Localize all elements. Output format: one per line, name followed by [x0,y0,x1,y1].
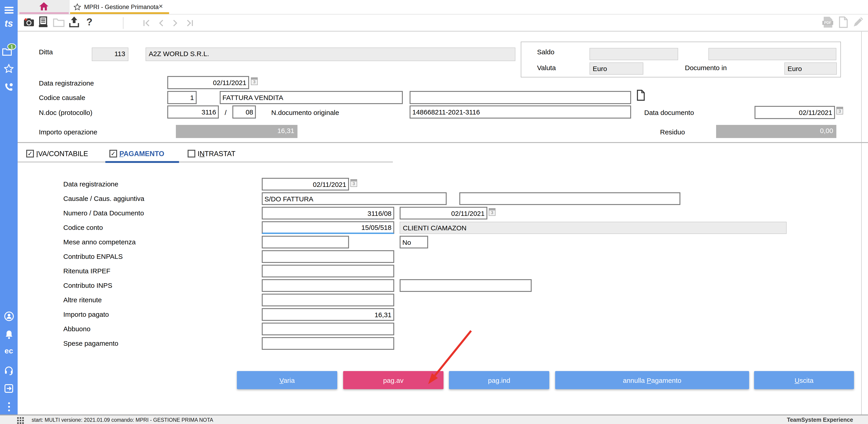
intrastat-checkbox[interactable] [188,150,195,158]
user-profile-icon[interactable] [0,311,18,323]
window-right-border [861,32,862,415]
codice-conto-desc-field: CLIENTI C/AMAZON [400,222,786,234]
calendar-icon[interactable]: 3 [489,208,495,216]
hamburger-menu-icon[interactable] [0,6,18,16]
ndoc-originale-label: N.documento originale [271,109,339,116]
active-document-tab[interactable]: MPRI - Gestione Primanota × [70,0,169,14]
mese-anno-competenza-label: Mese anno competenza [63,238,135,246]
numero-data-documento-label: Numero / Data Documento [63,209,144,217]
tab-pagamento[interactable]: PAGAMENTO [119,150,164,158]
open-folder-icon[interactable] [53,17,65,29]
numero-documento-input[interactable] [262,207,394,220]
help-icon[interactable]: ? [86,16,92,28]
competenza-flag-input[interactable] [400,236,428,248]
pag-av-button[interactable]: pag.av [343,371,443,389]
pag-ind-button[interactable]: pag.ind [449,371,549,389]
causale-aggiuntiva-input[interactable] [459,192,680,205]
calendar-icon[interactable]: 3 [836,107,843,114]
abbuono-label: Abbuono [63,325,90,333]
causale-aggiuntiva-label: Causale / Caus. aggiuntiva [63,195,145,202]
tab-title: MPRI - Gestione Primanota [84,4,159,10]
close-tab-icon[interactable]: × [159,3,163,10]
more-options-icon[interactable] [0,402,18,414]
header-divider [18,142,868,143]
valuta-field: Euro [590,62,643,75]
print-icon[interactable] [38,16,49,30]
calendar-icon[interactable]: 3 [350,179,357,187]
iva-contabile-checkbox[interactable]: ✓ [26,150,34,158]
sidebar: ts 1 [0,0,18,415]
home-icon [39,2,49,11]
uscita-button[interactable]: Uscita [754,371,854,389]
ditta-label: Ditta [39,48,53,56]
data-registrazione-input[interactable] [167,76,249,89]
codice-causale-desc-input[interactable] [220,91,403,104]
altre-ritenute-label: Altre ritenute [63,296,102,304]
codice-causale-extra-input[interactable] [410,91,631,104]
data-documento-pay-input[interactable] [400,207,487,220]
nav-last-icon[interactable] [186,20,193,29]
status-text: start: MULTI versione: 2021.01.09 comand… [32,417,213,423]
valuta-label: Valuta [537,64,556,72]
status-bar: start: MULTI versione: 2021.01.09 comand… [0,415,868,424]
home-tab-underline [20,12,69,14]
app-grid-icon[interactable] [17,417,24,424]
logout-exit-icon[interactable] [0,384,18,395]
favorite-star-icon[interactable] [74,3,81,10]
contributo-inps-extra-input[interactable] [400,279,532,292]
app-window: ts 1 [0,0,868,424]
toolbar: ? PDF [18,15,868,32]
favorites-star-icon[interactable] [0,64,18,75]
codice-conto-input[interactable] [262,221,394,234]
tabs-underline [18,162,393,163]
saldo-field-2 [708,48,836,60]
varia-button[interactable]: Varia [237,371,337,389]
causale-input[interactable] [262,192,447,205]
tab-iva-contabile[interactable]: IVA/CONTABILE [36,150,88,158]
contributo-enpals-label: Contributo ENPALS [63,253,123,260]
badge-count: 1 [10,44,13,49]
data-documento-input[interactable] [754,106,835,119]
spese-pagamento-input[interactable] [262,337,394,350]
importo-pagato-label: Importo pagato [63,310,109,318]
importo-pagato-input[interactable] [262,308,394,321]
nav-previous-icon[interactable] [158,20,164,29]
home-tab[interactable] [18,0,70,14]
tab-strip: MPRI - Gestione Primanota × [18,0,868,15]
abbuono-input[interactable] [262,323,394,335]
documents-folder-icon[interactable]: 1 [0,44,18,59]
codice-causale-input[interactable] [167,91,197,104]
camera-snapshot-icon[interactable] [24,17,34,29]
nav-next-icon[interactable] [172,20,179,29]
protocollo-input[interactable] [232,106,256,118]
calendar-icon[interactable]: 3 [251,77,258,85]
new-document-icon[interactable] [839,16,848,30]
tab-intrastat[interactable]: INTRASTAT [197,150,236,158]
contributo-enpals-input[interactable] [262,250,394,263]
ritenuta-irpef-input[interactable] [262,265,394,277]
data-registrazione-label: Data registrazione [39,79,94,87]
ditta-name-field: A2Z WORLD S.R.L. [146,48,515,61]
mese-anno-competenza-input[interactable] [262,236,349,248]
teamsystem-logo-icon[interactable]: ts [0,18,18,29]
pay-data-registrazione-input[interactable] [262,178,349,191]
attached-document-icon[interactable] [637,90,645,101]
ec-app-icon[interactable]: ec [0,347,18,356]
notifications-bell-icon[interactable] [0,330,18,341]
annulla-pagamento-button[interactable]: annulla Pagamento [555,371,749,389]
altre-ritenute-input[interactable] [262,294,394,306]
phone-contact-icon[interactable] [0,82,18,94]
upload-export-icon[interactable] [68,16,80,30]
active-tab-underline [70,12,169,14]
pdf-export-icon[interactable]: PDF [822,16,834,30]
edit-pencil-icon[interactable] [852,16,864,29]
support-headset-icon[interactable] [0,366,18,377]
pagamento-checkbox[interactable]: ✓ [110,150,117,158]
contributo-inps-label: Contributo INPS [63,281,112,289]
saldo-field-1 [590,48,678,60]
spese-pagamento-label: Spese pagamento [63,339,119,347]
ndoc-originale-input[interactable] [410,106,631,118]
ndoc-input[interactable] [167,106,219,118]
nav-first-icon[interactable] [143,20,151,29]
contributo-inps-input[interactable] [262,279,394,292]
